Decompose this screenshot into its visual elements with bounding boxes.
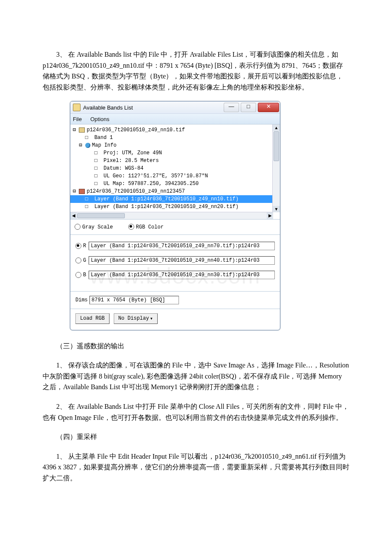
display-dropdown-button[interactable]: No Display▾ [114, 313, 158, 324]
vertical-scrollbar[interactable]: ▲ ▼ [272, 124, 280, 212]
paragraph-4-1: 1、 从主菜单 File 中 Edit Header Input File 可以… [43, 451, 349, 484]
tree-proj[interactable]: □ Proj: UTM, Zone 49N [70, 149, 280, 157]
tree-layer1[interactable]: □ Layer (Band 1:p124r036_7t20010510_z49_… [70, 195, 280, 203]
dims-row: Dims 8791 x 7654 (Byte) [BSQ] [70, 292, 280, 309]
tree-file2[interactable]: ⊟ p124r036_7t20010510_z49_nn123457 [70, 188, 280, 195]
g-radio[interactable] [75, 257, 81, 263]
title-bar[interactable]: Available Bands List — □ ✕ [70, 101, 280, 114]
tree-mapinfo[interactable]: ⊟ Map Info [70, 142, 280, 149]
tree-datum[interactable]: □ Datum: WGS-84 [70, 165, 280, 172]
scroll-left-arrow[interactable]: ◀ [70, 212, 77, 219]
section-4-title: （四）重采样 [43, 431, 349, 442]
close-button[interactable]: ✕ [258, 103, 279, 112]
gray-scale-radio[interactable]: Gray Scale [75, 224, 113, 230]
available-bands-window: Available Bands List — □ ✕ File Options … [70, 101, 280, 330]
tree-ulmap[interactable]: □ UL Map: 597887.250, 3942305.250 [70, 180, 280, 188]
minimize-button[interactable]: — [224, 103, 239, 112]
menu-bar: File Options [70, 114, 280, 124]
chevron-down-icon: ▾ [150, 315, 153, 322]
paragraph-3: 3、 在 Available Bands list 中的 File 中，打开 A… [43, 49, 349, 92]
scroll-right-arrow[interactable]: ▶ [267, 212, 273, 219]
rgb-color-radio[interactable]: RGB Color [128, 224, 164, 230]
r-band-input[interactable]: Layer (Band 1:p124r036_7t20010510_z49_nn… [89, 242, 275, 250]
scroll-up-arrow[interactable]: ▲ [273, 124, 280, 131]
tree-view[interactable]: ⊟ p124r036_7t20010510_z49_nn10.tif □ Ban… [70, 124, 280, 220]
tree-layer2[interactable]: □ Layer (Band 1:p124r036_7t20010510_z49_… [70, 203, 280, 211]
paragraph-3-2: 2、 在 Available Bands List 中打开 File 菜单中的 … [43, 401, 349, 423]
menu-file[interactable]: File [73, 116, 82, 122]
b-label: B [83, 272, 86, 278]
b-radio[interactable] [75, 272, 81, 278]
bottom-button-row: Load RGB No Display▾ [70, 309, 280, 330]
dims-label: Dims [75, 297, 88, 303]
paragraph-3-1: 1、 保存该合成的图像，可在该图像的 File 中，选中 Save Image … [43, 360, 349, 393]
b-band-input[interactable]: Layer (Band 1:p124r036_7t20010510_z49_nn… [89, 271, 275, 279]
g-band-input[interactable]: Layer (Band 1:p124r036_7t20010510_z49_nn… [89, 256, 275, 265]
hscroll-thumb[interactable] [77, 213, 125, 218]
scroll-down-arrow[interactable]: ▼ [273, 206, 280, 212]
load-rgb-button[interactable]: Load RGB [75, 313, 110, 324]
menu-options[interactable]: Options [90, 116, 110, 122]
rgb-selection-panel: R Layer (Band 1:p124r036_7t20010510_z49_… [70, 235, 280, 292]
g-label: G [83, 257, 86, 263]
tree-file1[interactable]: ⊟ p124r036_7t20010510_z49_nn10.tif [70, 126, 280, 134]
window-title: Available Bands List [83, 104, 223, 111]
display-mode-row: Gray Scale RGB Color [70, 220, 280, 234]
tree-ulgeo[interactable]: □ UL Geo: 112?'51.27"E, 35?7'10.87"N [70, 172, 280, 180]
scroll-thumb[interactable] [274, 131, 279, 161]
horizontal-scrollbar[interactable]: ◀ ▶ [70, 212, 273, 219]
tree-pixel[interactable]: □ Pixel: 28.5 Meters [70, 157, 280, 165]
r-label: R [83, 243, 86, 249]
maximize-button[interactable]: □ [241, 103, 256, 112]
r-radio[interactable] [75, 243, 81, 249]
app-icon [73, 104, 81, 111]
section-3-title: （三）遥感数据的输出 [43, 341, 349, 352]
tree-band1[interactable]: □ Band 1 [70, 134, 280, 142]
dims-value[interactable]: 8791 x 7654 (Byte) [BSQ] [89, 296, 179, 304]
